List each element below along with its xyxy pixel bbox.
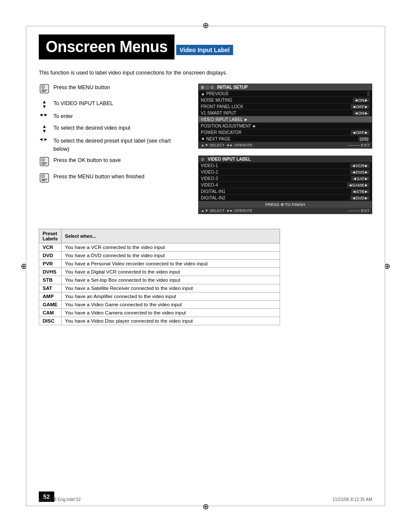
section-heading: Video Input Label (176, 45, 233, 55)
svg-rect-2 (41, 90, 47, 90)
instruction-2: ▲ ▼ To VIDEO INPUT LABEL (39, 100, 185, 109)
osd-row-video2: VIDEO-2 ◄DVD► (199, 169, 372, 175)
table-row: GAMEYou have a Video Game connected to t… (39, 301, 280, 309)
instruction-1: Press the MENU button (39, 84, 185, 96)
instructions-list: Press the MENU button ▲ ▼ To VIDEO INPUT… (39, 84, 185, 185)
preset-label: DVD (39, 252, 62, 260)
border-right (385, 26, 385, 506)
svg-rect-3 (41, 91, 46, 92)
table-row: DVHSYou have a Digital VCR connected to … (39, 268, 280, 276)
footer-right: 11/22/06 8:12:35 AM (333, 497, 372, 502)
preset-desc: You have a DVD connected to the video in… (61, 252, 280, 260)
table-row: DVDYou have a DVD connected to the video… (39, 252, 280, 260)
ok-icon (39, 156, 50, 169)
preset-label: AMP (39, 292, 62, 301)
preset-desc: You have a Video Game connected to the v… (61, 301, 280, 309)
instruction-5: ◄ ► To select the desired preset input l… (39, 137, 185, 153)
osd-row-position-adj: POSITION ADJUSTMENT ► (199, 123, 372, 129)
instruction-4-text: To select the desired video input (53, 124, 185, 132)
arrow-leftright-icon-2: ◄ ► (39, 137, 50, 142)
intro-text: This function is used to label video inp… (39, 70, 372, 76)
table-row: STBYou have a Set-top Box connected to t… (39, 276, 280, 284)
instruction-4: ▲ ▼ To select the desired video input (39, 124, 185, 134)
instruction-3: ◄ ► To enter (39, 112, 185, 121)
osd-initial-setup: ⊞ □ ⊙ INITIAL SETUP ▲ PREVIOUS NOISE MUT… (198, 84, 372, 149)
osd-video-input-label: ⊙ VIDEO INPUT LABEL VIDEO-1 ◄VCR► VIDEO-… (198, 156, 372, 214)
reg-mark-top: ⊕ (202, 21, 209, 30)
osd-row-video3: VIDEO-3 ◄SAT► (199, 175, 372, 182)
instruction-1-text: Press the MENU button (53, 84, 185, 92)
col-preset-labels: Preset Labels (39, 229, 62, 243)
osd-column: ⊞ □ ⊙ INITIAL SETUP ▲ PREVIOUS NOISE MUT… (198, 84, 372, 220)
osd-initial-footer: ▲▼ SELECT ◄► OPERATE ——— EXIT (199, 142, 372, 148)
instruction-2-text: To VIDEO INPUT LABEL (53, 100, 185, 108)
svg-rect-11 (41, 180, 46, 181)
page-title: Onscreen Menus (39, 34, 174, 59)
osd-row-v1-smart: V1 SMART INPUT ◄ON► (199, 110, 372, 116)
preset-desc: You have a Digital VCR connected to the … (61, 268, 280, 276)
svg-rect-6 (41, 162, 47, 163)
preset-label: CAM (39, 309, 62, 317)
arrow-updown-icon-1: ▲ ▼ (39, 100, 50, 109)
preset-label: VCR (39, 243, 62, 252)
border-bottom (26, 506, 385, 506)
svg-rect-10 (41, 179, 47, 180)
osd-press-finish: PRESS ⊕ TO FINISH (199, 201, 372, 208)
reg-mark-bottom: ⊕ (202, 502, 209, 511)
table-row: VCRYou have a VCR connected to the video… (39, 243, 280, 252)
preset-desc: You have a Set-top Box connected to the … (61, 276, 280, 284)
preset-label: GAME (39, 301, 62, 309)
instructions-column: Press the MENU button ▲ ▼ To VIDEO INPUT… (39, 84, 185, 220)
instruction-7: Press the MENU button when finished (39, 173, 185, 185)
osd-row-video4: VIDEO-4 ◄GAME► (199, 182, 372, 188)
osd-row-previous: ▲ PREVIOUS (199, 90, 372, 97)
border-left (26, 26, 26, 506)
footer-left: LCT2178 Eng.indd 52 (39, 497, 81, 502)
osd-row-digital-in2: DIGITAL-IN2 ◄DVD► (199, 195, 372, 201)
instruction-6-text: Press the OK button to save (53, 156, 185, 165)
osd-row-digital-in1: DIGITAL-IN1 ◄STB► (199, 188, 372, 195)
menu-icon-2 (39, 173, 50, 185)
preset-desc: You have a Personal Video recorder conne… (61, 260, 280, 268)
col-select-when: Select when... (61, 229, 280, 243)
osd-row-video1: VIDEO-1 ◄VCR► (199, 162, 372, 169)
page-footer: LCT2178 Eng.indd 52 11/22/06 8:12:35 AM (0, 497, 411, 502)
osd-row-video-input-label: VIDEO INPUT LABEL ► (199, 116, 372, 123)
osd-row-noise-muting: NOISE MUTING ◄ON► (199, 97, 372, 103)
border-top (26, 26, 385, 26)
preset-desc: You have a Video Disc player connected t… (61, 317, 280, 325)
preset-label: PVR (39, 260, 62, 268)
osd-row-next-page: ▼ NEXT PAGE (2/5) (199, 136, 372, 142)
preset-label: DISC (39, 317, 62, 325)
menu-icon-1 (39, 84, 50, 96)
osd-video-header: ⊙ VIDEO INPUT LABEL (199, 156, 372, 162)
table-row: SATYou have a Satellite Receiver connect… (39, 284, 280, 292)
table-row: AMPYou have an Amplifier connected to th… (39, 292, 280, 301)
instruction-5-text: To select the desired preset input label… (53, 137, 185, 153)
osd-initial-header: ⊞ □ ⊙ INITIAL SETUP (199, 84, 372, 90)
preset-table: Preset Labels Select when... VCRYou have… (39, 229, 280, 325)
osd-row-front-panel: FRONT PANEL LOCK ◄OFF► (199, 103, 372, 110)
table-row: DISCYou have a Video Disc player connect… (39, 317, 280, 325)
table-row: PVRYou have a Personal Video recorder co… (39, 260, 280, 268)
arrow-leftright-icon-1: ◄ ► (39, 112, 50, 117)
preset-desc: You have a VCR connected to the video in… (61, 243, 280, 252)
instruction-7-text: Press the MENU button when finished (53, 173, 185, 181)
svg-rect-7 (41, 164, 46, 165)
preset-desc: You have a Video Camera connected to the… (61, 309, 280, 317)
preset-label: SAT (39, 284, 62, 292)
preset-label: DVHS (39, 268, 62, 276)
table-row: CAMYou have a Video Camera connected to … (39, 309, 280, 317)
preset-desc: You have a Satellite Receiver connected … (61, 284, 280, 292)
preset-label: STB (39, 276, 62, 284)
instruction-6: Press the OK button to save (39, 156, 185, 169)
preset-desc: You have an Amplifier connected to the v… (61, 292, 280, 301)
arrow-updown-icon-2: ▲ ▼ (39, 124, 50, 134)
osd-row-power-indicator: POWER INDICATOR ◄OFF► (199, 129, 372, 136)
osd-video-footer: ▲▼ SELECT ◄► OPERATE ——— EXIT (199, 208, 372, 214)
instruction-3-text: To enter (53, 112, 185, 121)
